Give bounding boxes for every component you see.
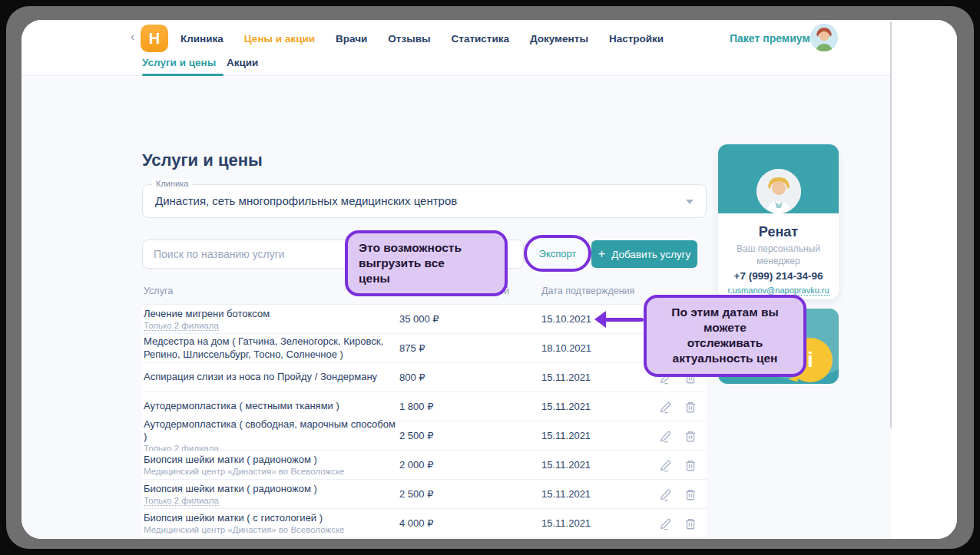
right-whitespace <box>891 77 957 539</box>
tab-services-prices[interactable]: Услуги и цены <box>142 57 216 68</box>
row-actions <box>659 421 697 450</box>
nav-item-documents[interactable]: Документы <box>530 33 588 45</box>
nav-menu: Клиника Цены и акции Врачи Отзывы Статис… <box>180 20 664 57</box>
services-table: Услуга Цена Со скидкой Дата подтверждени… <box>142 286 707 539</box>
confirm-date: 15.10.2021 <box>541 305 591 333</box>
nav-item-clinic[interactable]: Клиника <box>180 33 223 45</box>
app-window: ‹ H Клиника Цены и акции Врачи Отзывы Ст… <box>22 20 957 539</box>
manager-email-link: r.usmanov@napopravku.ru <box>718 286 839 295</box>
back-chevron-icon[interactable]: ‹ <box>131 30 134 44</box>
table-row: Медсестра на дом ( Гатчина, Зеленогорск,… <box>142 334 707 363</box>
nav-item-reviews[interactable]: Отзывы <box>388 33 430 45</box>
confirm-date: 15.11.2021 <box>541 538 591 539</box>
row-actions <box>659 392 697 421</box>
tabs-bar: Услуги и цены Акции <box>22 57 891 76</box>
table-row: Аутодермопластика ( свободная, марочным … <box>142 421 707 451</box>
nav-item-settings[interactable]: Настройки <box>609 33 664 45</box>
table-row: Блокада семенного канатика700 ₽15.11.202… <box>142 538 707 539</box>
scrollbar[interactable] <box>890 21 892 428</box>
row-note: Медицинский центр «Династия» во Всеволож… <box>144 467 397 476</box>
delete-icon[interactable] <box>684 487 697 501</box>
col-header-service: Услуга <box>144 286 173 296</box>
annotation-export-tooltip: Это возможность выгрузить все цены <box>345 230 508 296</box>
branches-link[interactable]: Только 2 филиала <box>144 496 219 506</box>
edit-icon[interactable] <box>659 458 673 472</box>
table-row: Аспирация слизи из носа по Пройду / Зонд… <box>142 363 707 392</box>
delete-icon[interactable] <box>684 429 697 443</box>
nav-item-prices[interactable]: Цены и акции <box>244 33 315 45</box>
service-name: Биопсия шейки матки ( с гистологией ) <box>144 512 397 524</box>
active-tab-underline <box>142 74 223 76</box>
delete-icon[interactable] <box>684 517 697 530</box>
branches-link[interactable]: Только 2 филиала <box>144 321 219 331</box>
confirm-date: 15.11.2021 <box>541 451 591 479</box>
service-name-cell: Блокада семенного канатика <box>144 538 397 539</box>
row-actions <box>659 451 697 479</box>
service-price: 4 000 ₽ <box>399 509 433 537</box>
row-note: Медицинский центр «Династия» во Всеволож… <box>144 525 397 534</box>
tab-promotions[interactable]: Акции <box>227 57 258 68</box>
service-name: Аутодермопластика ( свободная, марочным … <box>144 418 397 444</box>
service-name: Биопсия шейки матки ( радионожом ) <box>144 454 397 466</box>
row-actions <box>659 480 697 508</box>
row-note: Только 2 филиала <box>144 321 397 330</box>
edit-icon[interactable] <box>659 429 673 443</box>
manager-card: Ренат Ваш персональный менеджер +7 (999)… <box>718 144 839 299</box>
service-price: 35 000 ₽ <box>399 305 439 333</box>
table-row: Аутодермопластика ( местными тканями )1 … <box>142 392 707 421</box>
add-service-button[interactable]: + Добавить услугу <box>591 240 697 268</box>
service-name-cell: Биопсия шейки матки ( радионожом )Медици… <box>144 451 397 479</box>
table-row: Биопсия шейки матки ( радионожом )Медици… <box>142 451 707 480</box>
col-header-date: Дата подтверждения <box>541 286 634 296</box>
service-price: 700 ₽ <box>399 538 425 539</box>
row-actions <box>659 538 697 539</box>
page-title: Услуги и цены <box>142 150 263 170</box>
delete-icon[interactable] <box>684 400 697 414</box>
service-name: Аутодермопластика ( местными тканями ) <box>144 400 397 412</box>
annotation-arrow-head <box>594 311 606 328</box>
service-name-cell: Аутодермопластика ( местными тканями ) <box>144 392 397 421</box>
manager-role: Ваш персональный менеджер <box>718 243 839 267</box>
edit-icon[interactable] <box>659 487 673 501</box>
service-name-cell: Медсестра на дом ( Гатчина, Зеленогорск,… <box>144 334 397 362</box>
edit-icon[interactable] <box>659 517 673 530</box>
clinic-select-label: Клиника <box>152 179 192 188</box>
service-price: 800 ₽ <box>399 363 425 391</box>
service-price: 2 500 ₽ <box>399 480 433 508</box>
edit-icon[interactable] <box>659 400 673 414</box>
nav-item-statistics[interactable]: Статистика <box>452 33 509 45</box>
service-price: 875 ₽ <box>399 334 425 362</box>
confirm-date: 15.11.2021 <box>541 421 591 450</box>
table-row: Биопсия шейки матки ( с гистологией )Мед… <box>142 509 707 538</box>
service-price: 1 800 ₽ <box>399 392 433 421</box>
confirm-date: 15.11.2021 <box>541 480 591 508</box>
service-name: Медсестра на дом ( Гатчина, Зеленогорск,… <box>144 335 397 361</box>
delete-icon[interactable] <box>684 458 697 472</box>
table-row: Биопсия шейки матки ( радионожом )Только… <box>142 480 707 509</box>
service-price: 2 000 ₽ <box>399 451 433 479</box>
user-avatar-image <box>810 24 838 51</box>
chevron-down-icon <box>686 200 694 204</box>
nav-item-doctors[interactable]: Врачи <box>336 33 367 45</box>
manager-avatar <box>757 169 801 213</box>
export-button[interactable]: Экспорт <box>531 243 584 264</box>
service-price: 2 500 ₽ <box>399 421 433 450</box>
user-avatar[interactable] <box>810 24 838 51</box>
confirm-date: 15.11.2021 <box>541 392 591 421</box>
service-name-cell: Аутодермопластика ( свободная, марочным … <box>144 421 397 450</box>
service-name-cell: Биопсия шейки матки ( с гистологией )Мед… <box>144 509 397 537</box>
manager-name: Ренат <box>718 224 839 240</box>
service-name-cell: Биопсия шейки матки ( радионожом )Только… <box>144 480 397 508</box>
clinic-select[interactable]: Клиника Династия, сеть многопрофильных м… <box>142 184 707 218</box>
confirm-date: 18.10.2021 <box>541 334 591 362</box>
row-note: Только 2 филиала <box>144 496 397 505</box>
app-logo[interactable]: H <box>141 25 168 52</box>
premium-package-link[interactable]: Пакет премиум <box>730 32 810 45</box>
service-name: Биопсия шейки матки ( радионожом ) <box>144 483 397 495</box>
service-name-cell: Аспирация слизи из носа по Пройду / Зонд… <box>144 363 397 391</box>
main-content: Услуги и цены Клиника Династия, сеть мно… <box>22 77 891 539</box>
clinic-select-value: Династия, сеть многопрофильных медицинск… <box>155 194 457 207</box>
service-name: Аспирация слизи из носа по Пройду / Зонд… <box>144 371 397 383</box>
service-name-cell: Лечение мигрени ботоксомТолько 2 филиала <box>144 305 397 333</box>
confirm-date: 15.11.2021 <box>541 509 591 537</box>
